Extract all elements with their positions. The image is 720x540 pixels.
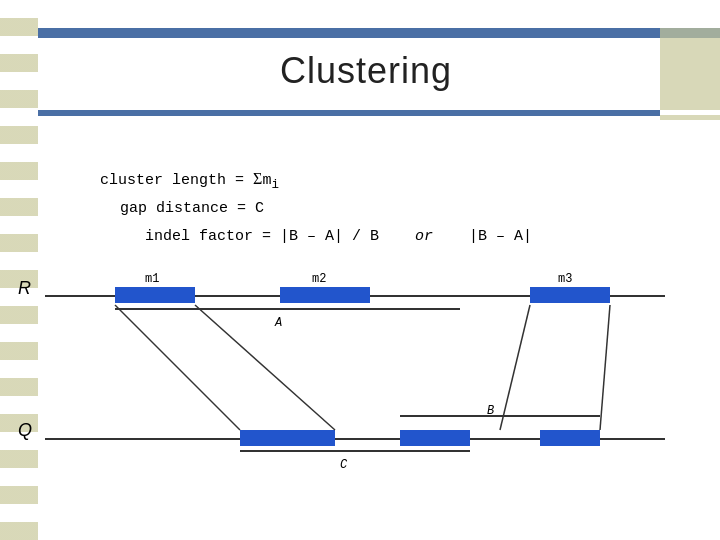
query-block-q1: [240, 430, 335, 446]
svg-line-2: [600, 305, 610, 430]
query-block-q3: [540, 430, 600, 446]
deco-left-stripe: [0, 0, 38, 540]
svg-line-0: [115, 305, 240, 430]
second-bar: [38, 110, 660, 116]
indel-factor-label: indel factor: [145, 228, 253, 245]
label-A: A: [275, 316, 282, 330]
cluster-length-formula: cluster length = Σmi: [100, 170, 279, 192]
page-title: Clustering: [280, 50, 452, 92]
indel-factor-eq: = |B – A| / B or |B – A|: [262, 228, 532, 245]
deco-right-top: [660, 28, 720, 110]
m1-label: m1: [145, 272, 159, 286]
cluster-length-eq: = Σmi: [235, 172, 279, 189]
cluster-length-label: cluster length: [100, 172, 226, 189]
bracket-A: [115, 308, 460, 310]
bracket-C: [240, 450, 470, 452]
svg-line-1: [195, 305, 335, 430]
match-block-m3: [530, 287, 610, 303]
query-block-q2: [400, 430, 470, 446]
bracket-B: [400, 415, 600, 417]
label-R: R: [18, 278, 31, 299]
label-C: C: [340, 458, 347, 472]
indel-factor-formula: indel factor = |B – A| / B or |B – A|: [145, 228, 532, 245]
gap-distance-eq: = C: [237, 200, 264, 217]
top-bar: [38, 28, 720, 38]
match-block-m1: [115, 287, 195, 303]
deco-right-bottom: [660, 115, 720, 120]
match-block-m2: [280, 287, 370, 303]
svg-line-3: [500, 305, 530, 430]
m2-label: m2: [312, 272, 326, 286]
gap-distance-label: gap distance: [120, 200, 228, 217]
gap-distance-formula: gap distance = C: [120, 200, 264, 217]
m3-label: m3: [558, 272, 572, 286]
label-B: B: [487, 404, 494, 418]
label-Q: Q: [18, 420, 32, 441]
